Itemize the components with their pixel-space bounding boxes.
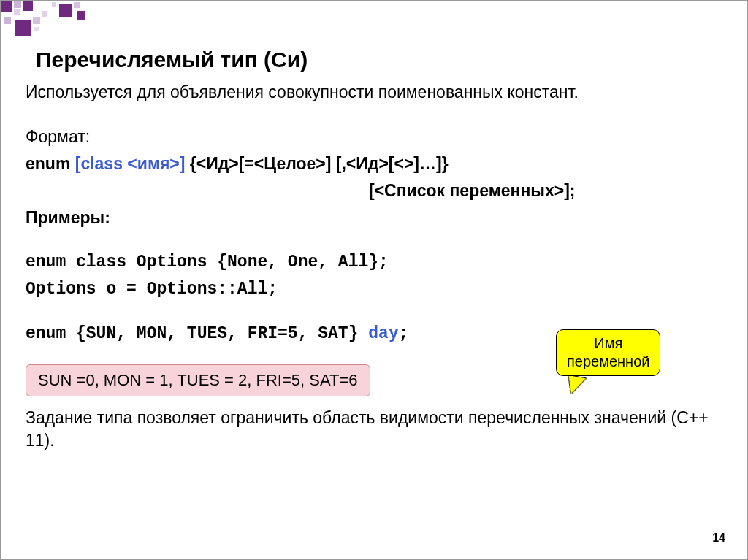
svg-rect-1 xyxy=(14,1,21,8)
values-box: SUN =0, MON = 1, TUES = 2, FRI=5, SAT=6 xyxy=(26,364,370,396)
callout-tail xyxy=(565,375,586,396)
slide: Перечисляемый тип (Си) Используется для … xyxy=(0,0,748,560)
svg-rect-12 xyxy=(52,2,56,7)
callout-line2: переменной xyxy=(567,353,649,371)
content-area: Используется для объявления совокупности… xyxy=(26,81,718,456)
example-3-prefix: enum {SUN, MON, TUES, FRI=5, SAT} xyxy=(26,324,368,343)
format-rest: {<Ид>[=<Целое>] [,<Ид>[<>]…]} xyxy=(185,154,448,173)
svg-rect-8 xyxy=(42,11,47,17)
corner-decoration xyxy=(1,1,96,45)
example-3-suffix: ; xyxy=(399,324,409,343)
svg-rect-4 xyxy=(4,17,11,24)
format-label: Формат: xyxy=(26,126,718,148)
note-text: Задание типа позволяет ограничить област… xyxy=(26,407,718,452)
format-syntax: enum [class <имя>] {<Ид>[=<Целое>] [,<Ид… xyxy=(26,153,718,175)
callout-line1: Имя xyxy=(567,334,649,353)
slide-title: Перечисляемый тип (Си) xyxy=(36,47,308,72)
page-number: 14 xyxy=(712,532,725,545)
svg-rect-5 xyxy=(15,20,31,36)
enum-keyword: enum xyxy=(26,154,75,173)
example-3-var: day xyxy=(368,324,398,343)
examples-label: Примеры: xyxy=(26,207,718,229)
callout-box: Имя переменной xyxy=(556,329,660,376)
svg-rect-6 xyxy=(33,17,40,24)
svg-rect-11 xyxy=(77,11,85,20)
svg-rect-3 xyxy=(14,9,20,15)
svg-rect-9 xyxy=(59,4,72,17)
class-name-part: [class <имя>] xyxy=(75,154,186,173)
example-1: enum class Options {None, One, All}; xyxy=(26,251,718,274)
svg-rect-7 xyxy=(34,27,39,31)
svg-rect-2 xyxy=(23,1,33,11)
svg-rect-0 xyxy=(1,1,12,12)
example-2: Options o = Options::All; xyxy=(26,278,718,301)
intro-text: Используется для объявления совокупности… xyxy=(26,81,718,104)
format-syntax-line2: [<Список переменных>]; xyxy=(369,180,718,202)
svg-rect-10 xyxy=(74,2,80,8)
